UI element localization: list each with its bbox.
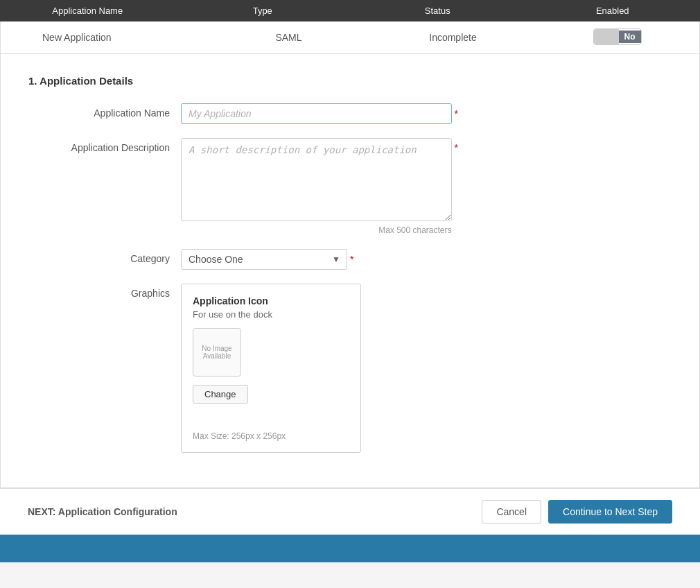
char-limit: Max 500 characters: [181, 225, 452, 235]
row-app-name: New Application: [1, 32, 207, 43]
app-name-input[interactable]: [181, 103, 452, 124]
row-type: SAML: [207, 32, 371, 43]
app-name-required: *: [455, 108, 458, 119]
graphics-icon-label: Application Icon: [193, 295, 349, 306]
table-row: New Application SAML Incomplete No: [0, 21, 700, 54]
col-enabled: Enabled: [525, 6, 701, 16]
app-name-group: Application Name *: [28, 103, 672, 124]
max-size-note: Max Size: 256px x 256px: [193, 431, 349, 441]
app-desc-textarea[interactable]: [181, 138, 452, 221]
row-enabled: No: [535, 28, 699, 46]
category-required: *: [350, 254, 353, 265]
section-title: 1. Application Details: [28, 75, 672, 87]
app-desc-group: Application Description Max 500 characte…: [28, 138, 672, 235]
app-desc-field-wrapper: Max 500 characters *: [181, 138, 458, 235]
app-desc-required: *: [455, 142, 458, 153]
category-group: Category Choose One ▼ *: [28, 249, 672, 270]
footer-buttons: Cancel Continue to Next Step: [482, 500, 672, 524]
main-content: 1. Application Details Application Name …: [0, 54, 700, 488]
continue-button[interactable]: Continue to Next Step: [548, 500, 672, 524]
cancel-button[interactable]: Cancel: [482, 500, 541, 524]
no-image-text: No Image Available: [193, 345, 240, 360]
graphics-label: Graphics: [28, 284, 181, 299]
toggle-no-label: No: [619, 31, 641, 43]
table-header: Application Name Type Status Enabled: [0, 0, 700, 21]
change-button[interactable]: Change: [193, 385, 248, 404]
graphics-field-wrapper: Application Icon For use on the dock No …: [181, 284, 458, 453]
graphics-group: Graphics Application Icon For use on the…: [28, 284, 672, 453]
category-select-wrapper: Choose One ▼: [181, 249, 347, 270]
col-app-name: Application Name: [0, 6, 175, 16]
app-name-label: Application Name: [28, 103, 181, 119]
bottom-bar: [0, 535, 700, 562]
toggle-track: [594, 29, 619, 44]
footer-bar: NEXT: Application Configuration Cancel C…: [0, 488, 700, 535]
category-field-wrapper: Choose One ▼ *: [181, 249, 458, 270]
graphics-icon-sublabel: For use on the dock: [193, 309, 349, 320]
no-image-box: No Image Available: [193, 328, 241, 377]
category-select[interactable]: Choose One: [181, 249, 347, 270]
app-desc-label: Application Description: [28, 138, 181, 153]
col-status: Status: [350, 6, 525, 16]
row-status: Incomplete: [371, 32, 535, 43]
app-name-field-wrapper: *: [181, 103, 458, 124]
graphics-box: Application Icon For use on the dock No …: [181, 284, 361, 453]
col-type: Type: [175, 6, 351, 16]
toggle-enabled[interactable]: No: [593, 28, 642, 45]
footer-next-label: NEXT: Application Configuration: [28, 506, 177, 517]
category-label: Category: [28, 249, 181, 264]
